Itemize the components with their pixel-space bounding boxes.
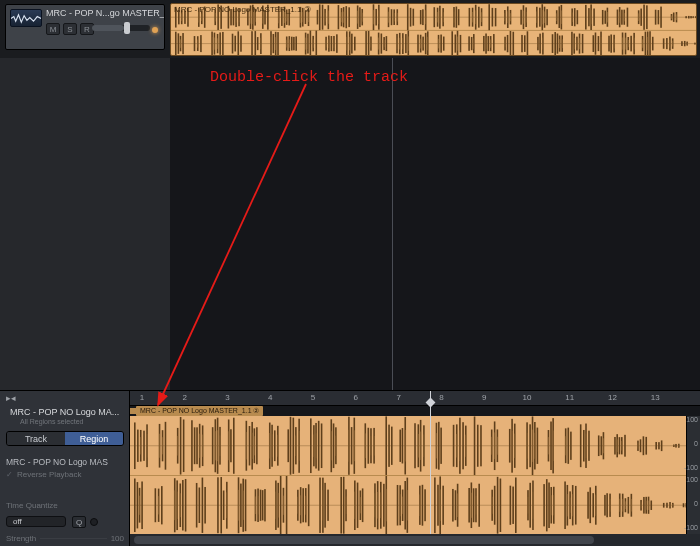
svg-rect-318 bbox=[610, 34, 612, 52]
editor-section-label: MRC - POP NO Logo MAS bbox=[6, 457, 124, 467]
svg-rect-80 bbox=[394, 13, 395, 22]
svg-rect-272 bbox=[460, 35, 462, 52]
svg-rect-635 bbox=[492, 497, 493, 514]
solo-button[interactable]: S bbox=[63, 23, 77, 35]
svg-rect-245 bbox=[384, 40, 385, 47]
scrollbar-thumb[interactable] bbox=[134, 536, 594, 544]
svg-rect-378 bbox=[215, 431, 216, 460]
svg-rect-216 bbox=[305, 38, 306, 50]
svg-rect-268 bbox=[451, 31, 453, 56]
svg-rect-502 bbox=[619, 437, 621, 454]
svg-rect-455 bbox=[460, 430, 461, 461]
svg-rect-316 bbox=[601, 37, 602, 50]
svg-rect-453 bbox=[456, 434, 457, 458]
svg-rect-73 bbox=[375, 9, 377, 26]
editor-ruler[interactable]: 12345678910111213 bbox=[130, 391, 700, 406]
quantize-button[interactable]: Q bbox=[72, 516, 86, 528]
svg-rect-687 bbox=[650, 501, 652, 510]
volume-slider[interactable] bbox=[92, 25, 150, 31]
editor-waveform-area[interactable] bbox=[130, 416, 700, 534]
svg-rect-644 bbox=[529, 483, 531, 528]
svg-rect-334 bbox=[647, 37, 648, 50]
reverse-check-icon[interactable]: ✓ bbox=[6, 470, 13, 479]
svg-rect-61 bbox=[341, 12, 342, 22]
playhead[interactable] bbox=[392, 58, 393, 390]
svg-rect-99 bbox=[456, 7, 458, 28]
editor-playhead[interactable] bbox=[430, 391, 431, 534]
svg-rect-84 bbox=[410, 8, 412, 27]
svg-rect-533 bbox=[158, 496, 159, 514]
monitor-indicator bbox=[152, 27, 158, 33]
svg-rect-125 bbox=[539, 8, 541, 27]
svg-rect-463 bbox=[491, 437, 492, 455]
svg-rect-211 bbox=[289, 40, 290, 48]
editor-scrollbar[interactable] bbox=[130, 534, 700, 546]
svg-rect-237 bbox=[365, 31, 367, 56]
svg-rect-191 bbox=[219, 32, 221, 54]
mute-button[interactable]: M bbox=[46, 23, 60, 35]
svg-rect-289 bbox=[521, 35, 523, 52]
editor-toggle-icon[interactable]: ▸◂ bbox=[6, 393, 16, 403]
svg-rect-332 bbox=[645, 32, 647, 56]
svg-rect-250 bbox=[399, 38, 400, 50]
svg-rect-531 bbox=[155, 488, 157, 522]
svg-rect-226 bbox=[328, 39, 329, 48]
svg-rect-290 bbox=[524, 35, 526, 52]
svg-rect-491 bbox=[583, 430, 585, 462]
arrange-area[interactable] bbox=[0, 58, 700, 390]
svg-rect-234 bbox=[349, 37, 350, 50]
svg-rect-218 bbox=[308, 38, 309, 49]
track-header[interactable]: MRC - POP N...go MASTER_1 M S R bbox=[5, 4, 165, 50]
svg-rect-135 bbox=[561, 10, 562, 23]
quantize-toggle[interactable] bbox=[90, 518, 98, 526]
svg-rect-529 bbox=[139, 496, 140, 515]
svg-rect-297 bbox=[552, 34, 554, 53]
svg-rect-399 bbox=[274, 430, 276, 461]
svg-rect-536 bbox=[174, 490, 175, 520]
svg-rect-161 bbox=[655, 10, 657, 25]
editor-region-tag[interactable]: MRC - POP NO Logo MASTER_1.1 ② bbox=[136, 406, 263, 416]
svg-rect-171 bbox=[690, 16, 692, 18]
svg-rect-140 bbox=[585, 5, 587, 30]
svg-rect-504 bbox=[621, 441, 622, 451]
svg-rect-120 bbox=[523, 11, 524, 24]
svg-rect-549 bbox=[223, 491, 225, 520]
svg-rect-198 bbox=[254, 31, 256, 56]
audio-editor: ▸◂ MRC - POP NO Logo MA... All Regions s… bbox=[0, 390, 700, 546]
volume-knob[interactable] bbox=[124, 22, 130, 34]
svg-rect-623 bbox=[452, 489, 454, 522]
svg-rect-354 bbox=[137, 430, 139, 462]
svg-rect-458 bbox=[465, 435, 466, 457]
svg-rect-105 bbox=[475, 10, 476, 24]
tab-track[interactable]: Track bbox=[7, 432, 65, 445]
svg-rect-253 bbox=[405, 34, 407, 53]
svg-rect-229 bbox=[334, 39, 335, 47]
svg-rect-664 bbox=[592, 493, 594, 517]
svg-rect-418 bbox=[333, 423, 335, 468]
svg-rect-385 bbox=[230, 429, 232, 462]
svg-rect-288 bbox=[512, 32, 514, 56]
svg-rect-274 bbox=[471, 37, 473, 50]
tab-region[interactable]: Region bbox=[65, 432, 123, 445]
svg-rect-306 bbox=[574, 38, 575, 49]
svg-rect-370 bbox=[194, 427, 196, 464]
ruler-tick: 8 bbox=[439, 393, 443, 402]
svg-rect-654 bbox=[564, 481, 566, 529]
svg-rect-638 bbox=[500, 479, 502, 532]
svg-rect-540 bbox=[180, 493, 181, 517]
audio-region[interactable]: MRC - POP NO Logo MASTER_1.1 ② bbox=[170, 3, 697, 56]
svg-rect-409 bbox=[310, 418, 312, 473]
svg-rect-402 bbox=[287, 429, 289, 462]
svg-rect-515 bbox=[673, 445, 674, 446]
svg-rect-461 bbox=[480, 425, 482, 466]
svg-rect-90 bbox=[433, 7, 435, 27]
svg-rect-600 bbox=[377, 492, 378, 519]
svg-rect-541 bbox=[182, 480, 184, 530]
editor-inspector: ▸◂ MRC - POP NO Logo MA... All Regions s… bbox=[0, 391, 130, 546]
annotation-text: Double-click the track bbox=[210, 69, 408, 86]
svg-rect-148 bbox=[607, 12, 608, 22]
svg-rect-188 bbox=[214, 38, 215, 50]
svg-rect-375 bbox=[202, 435, 203, 457]
svg-rect-180 bbox=[182, 33, 184, 54]
quantize-value[interactable]: off bbox=[6, 516, 66, 527]
